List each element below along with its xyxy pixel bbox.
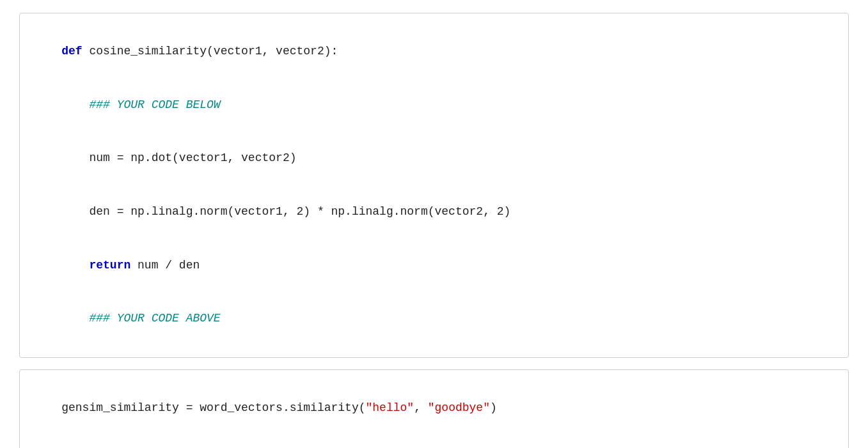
code-line: custom_similarity = cosine_similarity(wo… bbox=[34, 435, 834, 448]
string-literal: "hello" bbox=[366, 401, 414, 414]
code-block-1: def cosine_similarity(vector1, vector2):… bbox=[19, 13, 849, 358]
code-text bbox=[61, 259, 89, 272]
code-line: den = np.linalg.norm(vector1, 2) * np.li… bbox=[34, 185, 834, 239]
code-text: cosine_similarity(vector1, vector2): bbox=[89, 45, 338, 58]
code-text: num = np.dot(vector1, vector2) bbox=[61, 151, 296, 164]
code-line: gensim_similarity = word_vectors.similar… bbox=[34, 382, 834, 435]
comment-text: ### YOUR CODE ABOVE bbox=[61, 312, 220, 325]
code-text: gensim_similarity = word_vectors.similar… bbox=[61, 401, 365, 414]
code-block-2: gensim_similarity = word_vectors.similar… bbox=[19, 369, 849, 448]
code-line: ### YOUR CODE ABOVE bbox=[34, 292, 834, 346]
code-text: ) bbox=[490, 401, 497, 414]
code-text: den = np.linalg.norm(vector1, 2) * np.li… bbox=[61, 205, 510, 218]
code-text: num / den bbox=[130, 259, 200, 272]
keyword: return bbox=[89, 259, 130, 272]
code-text: , bbox=[414, 401, 428, 414]
string-literal: "goodbye" bbox=[428, 401, 490, 414]
code-line: ### YOUR CODE BELOW bbox=[34, 79, 834, 132]
comment-text: ### YOUR CODE BELOW bbox=[61, 98, 220, 111]
code-line: def cosine_similarity(vector1, vector2): bbox=[34, 25, 834, 79]
keyword: def bbox=[61, 45, 89, 58]
code-line: num = np.dot(vector1, vector2) bbox=[34, 132, 834, 185]
code-line: return num / den bbox=[34, 239, 834, 293]
